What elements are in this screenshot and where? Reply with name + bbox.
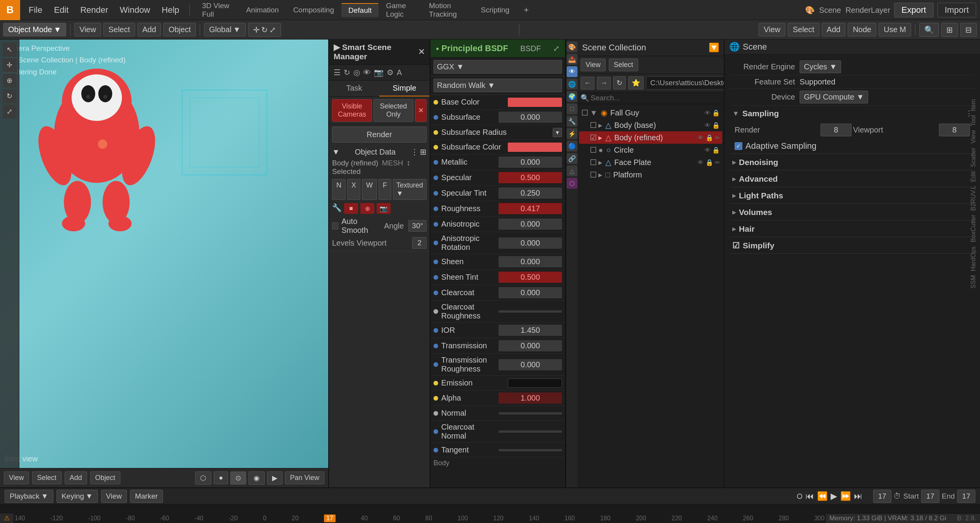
side-icon-material[interactable]: ⬡ [567,178,577,189]
ssm-target-icon[interactable]: ◎ [353,68,360,77]
basecolor-swatch[interactable] [508,98,562,107]
viewport-canvas[interactable]: Camera Perspective (17) Scene Collection… [0,40,328,468]
play-btn[interactable]: ▶ [831,491,837,501]
sheentint-value[interactable]: 0.500 [499,272,562,283]
side-icon-object[interactable]: □ [567,103,577,114]
transmission-value[interactable]: 0.000 [499,340,562,351]
metallic-value[interactable]: 0.000 [499,157,562,168]
scene-search-input[interactable] [591,94,721,102]
lightpaths-header[interactable]: ▸ Light Paths [730,188,975,203]
ssm-close-btn[interactable]: ✕ [415,99,427,122]
menu-window[interactable]: Window [115,3,156,17]
normal-value[interactable] [499,412,562,415]
viewport-select-menu[interactable]: Select [32,471,62,484]
end-frame-field[interactable]: 17 [957,490,975,503]
ssm-refresh-icon[interactable]: ↻ [344,68,350,77]
menu-render[interactable]: Render [75,3,113,17]
topbar-render-icon[interactable]: 🎨 [805,6,815,14]
obj-data-collapse-icon[interactable]: ▼ [332,148,340,157]
menu-file[interactable]: File [23,3,48,17]
volumes-header[interactable]: ▸ Volumes [730,205,975,220]
mesh-btn-x[interactable]: X [347,179,360,200]
ssm-tab-task[interactable]: Task [329,81,379,96]
render-value[interactable]: 8 [821,124,852,136]
viewport-shading-solid[interactable]: ● [214,471,228,484]
mesh-display-select[interactable]: Textured ▼ [393,179,427,200]
specular-value[interactable]: 0.500 [499,172,562,183]
distribution-select[interactable]: GGX ▼ [433,60,562,74]
viewport-shading-material[interactable]: ⊙ [230,471,246,485]
tree-item-faceplate[interactable]: ☐ ▸ △ Face Plate 👁 🔒 ✏ [579,156,722,169]
select2-btn[interactable]: Select [788,23,819,36]
start-frame-field[interactable]: 17 [921,490,939,503]
side-icon-world[interactable]: 🌍 [567,91,577,102]
mesh-btn-n[interactable]: N [332,179,346,200]
tool-rotate[interactable]: ↻ [3,89,17,103]
speculartint-value[interactable]: 0.250 [499,188,562,199]
mark-17-current[interactable]: 17 [324,514,336,522]
marker-btn[interactable]: Marker [130,490,163,503]
ior-value[interactable]: 1.450 [499,325,562,336]
transform-icons[interactable]: ✛ ↻ ⤢ [248,23,281,37]
view2-btn[interactable]: View [759,23,785,36]
nav-refresh-btn[interactable]: ↻ [613,76,626,89]
ssm-close-icon[interactable]: ✕ [418,47,425,57]
ws-plus[interactable]: + [517,3,536,17]
viewport-render-btn[interactable]: ▶ [267,471,283,485]
clearcoatnormal-value[interactable] [499,430,562,433]
side-icon-constraints[interactable]: 🔗 [567,153,577,164]
tree-item-circle[interactable]: ☐ ● ○ Circle 👁 🔒 [579,144,722,156]
simplify-header[interactable]: ☑ Simplify [730,238,975,253]
side-icon-render[interactable]: 🎨 [567,41,577,52]
mesh-btn-w[interactable]: W [362,179,377,200]
tree-item-bodyrefined[interactable]: ☑ ▸ △ Body (refined) 👁 🔒 ✏ [579,131,722,144]
icon-wrench[interactable]: 🔧 [332,203,342,214]
node-btn[interactable]: Node [848,23,876,36]
ws-3dviewfull[interactable]: 3D View Full [195,0,239,21]
subsurface-value[interactable]: 0.000 [499,112,562,123]
mesh-btn-f[interactable]: F [379,179,391,200]
icon-action3[interactable]: 📷 [377,203,391,214]
emission-swatch[interactable] [508,378,562,388]
transroughness-value[interactable]: 0.000 [499,359,562,370]
next-frame-btn[interactable]: ⏩ [840,491,851,501]
current-frame-field[interactable]: 17 [873,490,891,503]
icon-action2[interactable]: ⊕ [360,203,374,214]
side-icon-viewport[interactable]: 👁 [567,66,577,77]
side-icon-scene[interactable]: 🌐 [567,79,577,89]
nav-forward-btn[interactable]: → [597,77,611,89]
import-button[interactable]: Import [937,3,976,17]
ssradius-expand[interactable]: ▼ [553,128,562,137]
clearcoatroughness-value[interactable] [499,310,562,313]
hair-header[interactable]: ▸ Hair [730,221,975,237]
playback-btn[interactable]: Playback ▼ [5,490,53,503]
tool-move[interactable]: ⊕ [3,74,17,88]
nav-back-btn[interactable]: ← [581,77,595,89]
tree-item-fallguy[interactable]: ☐ ▼ ◉ Fall Guy 👁 🔒 [579,107,722,119]
viewport-view-menu[interactable]: View [4,471,29,484]
auto-smooth-checkbox[interactable] [332,222,338,229]
alpha-value[interactable]: 1.000 [499,392,562,404]
nav-bookmark-btn[interactable]: ⭐ [628,76,644,89]
tangent-value[interactable] [499,449,562,451]
scene-filter-icon[interactable]: 🔽 [709,43,719,53]
ssm-selected-only-btn[interactable]: Selected Only [373,99,413,122]
obj-data-icon1[interactable]: ⋮ [411,147,418,157]
object-mode-btn[interactable]: Object Mode ▼ [3,23,66,36]
viewport-add-menu[interactable]: Add [65,471,87,484]
viewport-object-menu[interactable]: Object [90,471,120,484]
ssm-settings-icon[interactable]: ⚙ [387,68,394,77]
ws-default[interactable]: Default [341,3,379,17]
ssm-visible-cameras-btn[interactable]: Visible Cameras [332,99,372,122]
angle-value[interactable]: 30° [408,220,427,232]
side-icon-physics[interactable]: 🔵 [567,141,577,151]
tool-scale[interactable]: ⤢ [3,105,17,119]
add2-btn[interactable]: Add [822,23,846,36]
scene-view-btn[interactable]: View [581,58,606,71]
side-icon-data[interactable]: △ [567,165,577,176]
ws-scripting[interactable]: Scripting [474,3,516,17]
side-icon-particles[interactable]: ⚡ [567,128,577,139]
skip-end-btn[interactable]: ⏭ [854,491,862,501]
export-button[interactable]: Export [894,3,934,17]
render-engine-select[interactable]: Cycles ▼ [800,60,841,73]
